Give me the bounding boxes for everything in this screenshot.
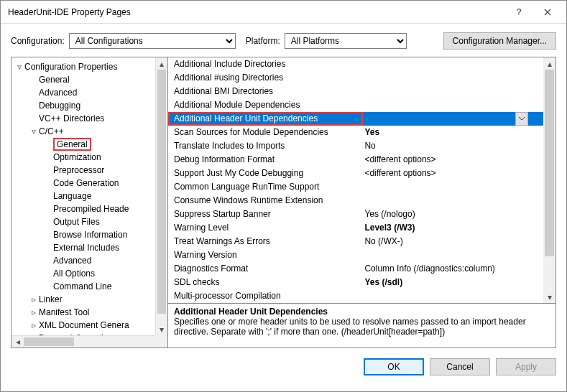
property-row[interactable]: Support Just My Code Debugging<different…: [168, 167, 543, 180]
tree-item[interactable]: ▹XML Document Genera: [11, 319, 167, 332]
scroll-down-icon[interactable]: ▾: [156, 323, 167, 335]
property-name: Additional Include Directories: [168, 57, 363, 71]
property-row[interactable]: Consume Windows Runtime Extension: [168, 194, 543, 207]
expander-icon[interactable]: ▹: [29, 293, 39, 306]
configuration-select[interactable]: All Configurations: [69, 33, 236, 49]
dialog-buttons: OK Cancel Apply: [1, 348, 566, 375]
scroll-left-icon[interactable]: ◂: [11, 337, 24, 347]
property-name: Support Just My Code Debugging: [168, 167, 363, 180]
tree-item-label: Precompiled Heade: [53, 202, 129, 215]
titlebar: HeaderUnit-IDE Property Pages ?: [1, 1, 566, 24]
tree-item-label: Debugging: [39, 99, 80, 112]
tree-item[interactable]: General: [11, 73, 167, 86]
value-dropdown-button[interactable]: [515, 112, 528, 126]
tree-item[interactable]: ▹Manifest Tool: [11, 306, 167, 319]
hscroll-thumb[interactable]: [24, 337, 74, 346]
property-value[interactable]: Level3 (/W3): [363, 221, 543, 235]
tree-item[interactable]: General: [11, 138, 167, 151]
property-row[interactable]: Diagnostics FormatColumn Info (/diagnost…: [168, 262, 543, 276]
tree-panel: ▿Configuration PropertiesGeneralAdvanced…: [11, 57, 168, 347]
tree-item-label: Manifest Tool: [39, 306, 89, 319]
property-grid: Additional Include DirectoriesAdditional…: [168, 57, 556, 303]
property-value[interactable]: <different options>: [363, 153, 543, 167]
tree-item[interactable]: ▿Configuration Properties: [11, 60, 167, 73]
help-button[interactable]: ?: [504, 1, 533, 24]
property-row[interactable]: Additional Header Unit Dependencies: [168, 112, 543, 126]
category-tree[interactable]: ▿Configuration PropertiesGeneralAdvanced…: [11, 57, 167, 345]
tree-item[interactable]: Advanced: [11, 254, 167, 267]
property-value[interactable]: No: [363, 139, 543, 153]
property-row[interactable]: Additional BMI Directories: [168, 85, 543, 98]
property-row[interactable]: Suppress Startup BannerYes (/nologo): [168, 207, 543, 221]
scroll-thumb[interactable]: [157, 70, 166, 314]
property-row[interactable]: Treat Warnings As ErrorsNo (/WX-): [168, 235, 543, 248]
tree-item[interactable]: Language: [11, 190, 167, 202]
property-value[interactable]: [363, 98, 543, 112]
scroll-up-icon[interactable]: ▴: [156, 57, 167, 70]
tree-item-label: Browse Information: [53, 228, 127, 241]
property-row[interactable]: Translate Includes to ImportsNo: [168, 139, 543, 153]
property-value[interactable]: [363, 248, 543, 262]
tree-item[interactable]: VC++ Directories: [11, 112, 167, 125]
property-row[interactable]: Debug Information Format<different optio…: [168, 153, 543, 167]
property-value[interactable]: [363, 71, 543, 85]
property-row[interactable]: Warning Version: [168, 248, 543, 262]
tree-item[interactable]: Precompiled Heade: [11, 202, 167, 215]
property-value[interactable]: Column Info (/diagnostics:column): [363, 262, 543, 276]
tree-vscrollbar[interactable]: ▴ ▾: [155, 57, 167, 335]
property-name: Additional BMI Directories: [168, 85, 363, 98]
tree-item[interactable]: Debugging: [11, 99, 167, 112]
grid-scroll-thumb[interactable]: [545, 70, 554, 256]
property-value[interactable]: Yes: [363, 126, 543, 139]
tree-item[interactable]: All Options: [11, 267, 167, 280]
tree-item[interactable]: Output Files: [11, 215, 167, 228]
tree-hscrollbar[interactable]: ◂ ▸: [11, 335, 167, 347]
tree-item[interactable]: Optimization: [11, 151, 167, 164]
expander-icon[interactable]: ▿: [14, 60, 24, 73]
property-value[interactable]: No (/WX-): [363, 235, 543, 248]
property-row[interactable]: Multi-processor Compilation: [168, 289, 543, 303]
tree-item[interactable]: ▹Linker: [11, 293, 167, 306]
tree-item[interactable]: Advanced: [11, 86, 167, 99]
tree-item-label: XML Document Genera: [39, 319, 129, 332]
expander-icon[interactable]: ▹: [29, 306, 39, 319]
property-row[interactable]: Additional Module Dependencies: [168, 98, 543, 112]
property-row[interactable]: Additional #using Directories: [168, 71, 543, 85]
tree-item[interactable]: External Includes: [11, 241, 167, 254]
tree-item[interactable]: Browse Information: [11, 228, 167, 241]
tree-item[interactable]: Preprocessor: [11, 164, 167, 177]
cancel-button[interactable]: Cancel: [430, 358, 490, 375]
property-value[interactable]: [363, 180, 543, 194]
grid-scroll-down-icon[interactable]: ▾: [543, 291, 556, 303]
platform-select[interactable]: All Platforms: [285, 33, 407, 49]
property-row[interactable]: SDL checksYes (/sdl): [168, 276, 543, 289]
tree-item-label: Code Generation: [53, 177, 119, 190]
property-value[interactable]: [363, 289, 543, 303]
configuration-manager-button[interactable]: Configuration Manager...: [443, 32, 556, 50]
tree-item-label: Language: [53, 190, 91, 202]
property-value[interactable]: [363, 85, 543, 98]
property-name: Translate Includes to Imports: [168, 139, 363, 153]
tree-item-label: General: [53, 138, 91, 151]
property-value[interactable]: <different options>: [363, 167, 543, 180]
property-row[interactable]: Warning LevelLevel3 (/W3): [168, 221, 543, 235]
grid-vscrollbar[interactable]: ▴ ▾: [543, 57, 556, 303]
property-row[interactable]: Scan Sources for Module DependenciesYes: [168, 126, 543, 139]
expander-icon[interactable]: ▹: [29, 319, 39, 332]
property-value[interactable]: Yes (/nologo): [363, 207, 543, 221]
property-value[interactable]: [363, 194, 543, 207]
grid-scroll-up-icon[interactable]: ▴: [543, 57, 556, 70]
property-row[interactable]: Common Language RunTime Support: [168, 180, 543, 194]
main-area: ▿Configuration PropertiesGeneralAdvanced…: [11, 57, 556, 348]
close-button[interactable]: [533, 1, 562, 24]
tree-item[interactable]: ▿C/C++: [11, 125, 167, 138]
description-body: Specifies one or more header units to be…: [174, 317, 550, 337]
tree-item[interactable]: Code Generation: [11, 177, 167, 190]
apply-button[interactable]: Apply: [496, 358, 556, 375]
expander-icon[interactable]: ▿: [29, 125, 39, 138]
ok-button[interactable]: OK: [364, 358, 424, 375]
property-value[interactable]: [363, 57, 543, 71]
tree-item[interactable]: Command Line: [11, 280, 167, 293]
property-row[interactable]: Additional Include Directories: [168, 57, 543, 71]
property-value[interactable]: Yes (/sdl): [363, 276, 543, 289]
